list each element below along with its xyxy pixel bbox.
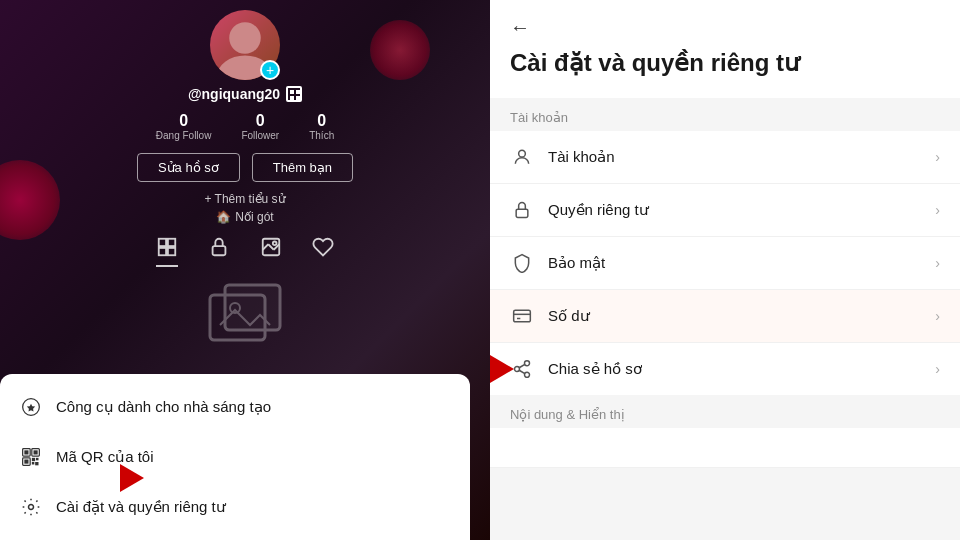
privacy-chevron-icon: ›	[935, 202, 940, 218]
left-panel: + @ngiquang20 0 Đang Follow 0 Follower 0	[0, 0, 490, 540]
stat-following: 0 Đang Follow	[156, 112, 212, 141]
svg-rect-17	[24, 450, 28, 454]
avatar-plus-icon[interactable]: +	[260, 60, 280, 80]
right-header: ← Cài đặt và quyền riêng tư	[490, 0, 960, 98]
noi-got-link[interactable]: 🏠 Nối gót	[216, 210, 273, 224]
follower-label: Follower	[241, 130, 279, 141]
svg-rect-19	[34, 450, 38, 454]
svg-point-33	[515, 367, 520, 372]
settings-icon	[20, 496, 42, 518]
noi-got-text: Nối gót	[235, 210, 273, 224]
back-button[interactable]: ←	[510, 16, 530, 39]
svg-rect-5	[168, 248, 175, 255]
likes-label: Thích	[309, 130, 334, 141]
creator-tools-icon	[20, 396, 42, 418]
security-chevron-icon: ›	[935, 255, 940, 271]
account-chevron-icon: ›	[935, 149, 940, 165]
svg-rect-6	[213, 246, 226, 255]
account-icon	[510, 145, 534, 169]
likes-count: 0	[317, 112, 326, 130]
balance-icon	[510, 304, 534, 328]
avatar-container: +	[210, 10, 280, 80]
security-icon	[510, 251, 534, 275]
svg-rect-3	[168, 239, 175, 246]
home-icon: 🏠	[216, 210, 231, 224]
menu-item-balance[interactable]: Số dư ›	[490, 290, 960, 343]
tab-lock-icon[interactable]	[208, 236, 230, 263]
svg-rect-21	[24, 460, 28, 464]
svg-rect-4	[159, 248, 166, 255]
stats-row: 0 Đang Follow 0 Follower 0 Thích	[156, 112, 334, 141]
settings-label: Cài đặt và quyền riêng tư	[56, 498, 226, 516]
arrow-indicator-right	[490, 355, 514, 383]
stat-follower: 0 Follower	[241, 112, 279, 141]
empty-content-placeholder	[205, 280, 285, 360]
tab-icons-row	[156, 236, 334, 263]
tab-photo-icon[interactable]	[260, 236, 282, 263]
arrow-indicator-left	[120, 464, 144, 492]
section-content-label: Nội dung & Hiển thị	[490, 395, 960, 428]
following-label: Đang Follow	[156, 130, 212, 141]
svg-point-26	[29, 505, 34, 510]
settings-menu: Tài khoản › Quyền riêng tư › Bảo mật ›	[490, 131, 960, 395]
menu-item-account[interactable]: Tài khoản ›	[490, 131, 960, 184]
account-label: Tài khoản	[548, 148, 921, 166]
svg-rect-23	[36, 458, 39, 461]
balance-label: Số dư	[548, 307, 921, 325]
tab-grid-icon[interactable]	[156, 236, 178, 263]
svg-rect-24	[32, 462, 35, 465]
svg-point-34	[525, 373, 530, 378]
svg-rect-29	[514, 310, 531, 322]
popup-qr-code[interactable]: Mã QR của tôi	[0, 432, 470, 482]
security-label: Bảo mật	[548, 254, 921, 272]
share-profile-chevron-icon: ›	[935, 361, 940, 377]
add-friend-button[interactable]: Thêm bạn	[252, 153, 353, 182]
content-display-placeholder	[490, 428, 960, 468]
settings-title: Cài đặt và quyền riêng tư	[510, 47, 940, 88]
tab-heart-icon[interactable]	[312, 236, 334, 263]
menu-item-security[interactable]: Bảo mật ›	[490, 237, 960, 290]
action-buttons: Sửa hồ sơ Thêm bạn	[137, 153, 353, 182]
svg-point-32	[525, 361, 530, 366]
username: @ngiquang20	[188, 86, 302, 102]
popup-menu: Công cụ dành cho nhà sáng tạo Mã QR của …	[0, 374, 470, 540]
follower-count: 0	[256, 112, 265, 130]
following-count: 0	[179, 112, 188, 130]
menu-item-share-profile[interactable]: Chia sẻ hồ sơ ›	[490, 343, 960, 395]
profile-section: + @ngiquang20 0 Đang Follow 0 Follower 0	[0, 0, 490, 280]
add-bio-link[interactable]: + Thêm tiểu sử	[204, 192, 285, 206]
balance-chevron-icon: ›	[935, 308, 940, 324]
svg-rect-25	[35, 462, 38, 465]
qr-code-icon	[20, 446, 42, 468]
share-profile-label: Chia sẻ hồ sơ	[548, 360, 921, 378]
svg-rect-28	[516, 209, 528, 217]
svg-point-27	[519, 151, 526, 158]
svg-rect-22	[32, 458, 35, 461]
creator-tools-label: Công cụ dành cho nhà sáng tạo	[56, 398, 271, 416]
svg-point-11	[273, 242, 277, 246]
svg-line-36	[519, 365, 525, 368]
popup-creator-tools[interactable]: Công cụ dành cho nhà sáng tạo	[0, 382, 470, 432]
svg-line-35	[519, 370, 525, 373]
svg-rect-2	[159, 239, 166, 246]
svg-point-0	[229, 22, 261, 54]
popup-settings[interactable]: Cài đặt và quyền riêng tư	[0, 482, 470, 532]
edit-profile-button[interactable]: Sửa hồ sơ	[137, 153, 240, 182]
stat-likes: 0 Thích	[309, 112, 334, 141]
qr-badge-icon	[286, 86, 302, 102]
privacy-icon	[510, 198, 534, 222]
privacy-label: Quyền riêng tư	[548, 201, 921, 219]
section-account-label: Tài khoản	[490, 98, 960, 131]
menu-item-privacy[interactable]: Quyền riêng tư ›	[490, 184, 960, 237]
right-panel: ← Cài đặt và quyền riêng tư Tài khoản Tà…	[490, 0, 960, 540]
